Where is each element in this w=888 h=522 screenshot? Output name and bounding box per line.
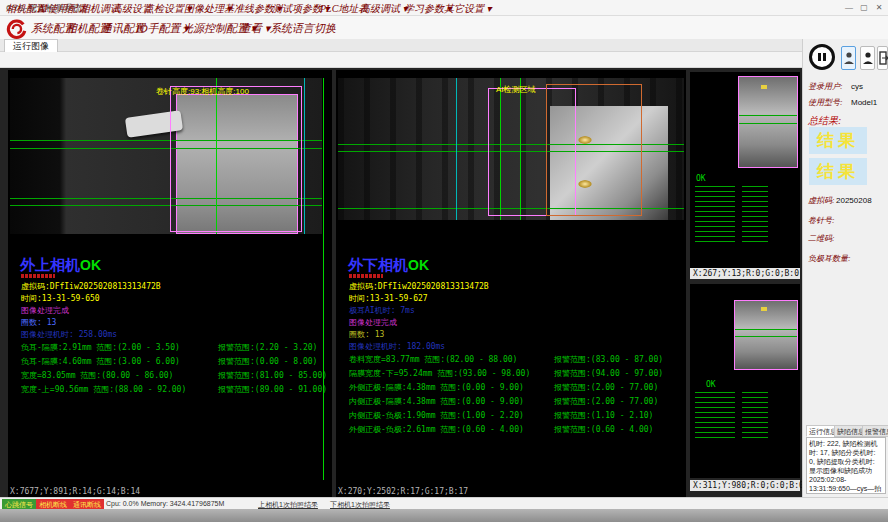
- mid-result-title: 外下相机OK: [348, 256, 429, 275]
- mid-time-line: 时间:13-31-59-627: [349, 293, 428, 304]
- camera-link-badge: 相机断线: [36, 499, 70, 509]
- mid-pixel-caption: X:270;Y:2502;R:17;G:17;B:17: [338, 487, 468, 496]
- preview-bottom-thumb: [734, 300, 798, 370]
- preview-top-caption: X:267;Y:13;R:0;G:0;B:0: [690, 268, 800, 279]
- pin-number-label: 卷针号:: [808, 215, 835, 226]
- mid-status-line: 图像处理完成: [349, 317, 397, 328]
- model-label: 使用型号:: [808, 97, 843, 108]
- neg-tab-count-label: 负极耳数量:: [808, 253, 851, 264]
- menu-io-config[interactable]: IO手配置 ▾: [136, 21, 189, 36]
- left-result-title: 外上相机OK: [20, 256, 101, 275]
- qr-code-label: 二维码:: [808, 233, 835, 244]
- tool-advanced-debug[interactable]: 高级调试 ▾: [360, 2, 408, 16]
- minimize-button[interactable]: —: [842, 1, 856, 14]
- person-dark-icon: [862, 51, 874, 65]
- comm-link-badge: 通讯断线: [70, 499, 104, 509]
- mid-camera-view[interactable]: AI检测区域 外下相机OK 虚拟码:DFfIiw2025020813313472…: [336, 70, 686, 497]
- preview-top[interactable]: OK: [690, 72, 800, 268]
- preview-top-micro-text: [742, 186, 768, 242]
- login-user-value: cys: [851, 82, 863, 91]
- preview-top-thumb: [738, 76, 798, 168]
- main-area: 卷针高度:93;相机高度:100 外上相机OK 虚拟码:DFfIiw202502…: [0, 68, 802, 497]
- close-button[interactable]: ✕: [872, 1, 886, 14]
- log-output[interactable]: 机时: 222, 缺陷检测机时: 17, 缺陷分类机时: 0, 缺陷提取分类机时…: [806, 437, 886, 494]
- exit-door-icon: [879, 51, 888, 65]
- mid-overlay-label: AI检测区域: [496, 84, 536, 95]
- left-time-line: 时间:13-31-59-650: [21, 293, 100, 304]
- toolbar: [0, 52, 802, 68]
- left-loop-line: 圈数: 13: [21, 317, 56, 328]
- left-camera-view[interactable]: 卷针高度:93;相机高度:100 外上相机OK 虚拟码:DFfIiw202502…: [8, 70, 332, 497]
- mid-camera-name: 外下相机: [348, 256, 408, 273]
- window-bottom-edge: [0, 509, 888, 522]
- preview-bottom[interactable]: OK: [690, 284, 800, 478]
- log-tabstrip: 运行信息 缺陷信息 报警信息: [806, 425, 886, 437]
- mid-loop-line: 圈数: 13: [349, 329, 384, 340]
- result-box-2: 结果: [809, 158, 867, 185]
- total-result-label: 总结果:: [808, 114, 841, 128]
- mid-ai-time-line: 极耳AI机时: 7ms: [349, 305, 415, 316]
- right-panel: 登录用户: cys 使用型号: Model1 总结果: 结果 结果 虚拟码: 2…: [802, 39, 888, 497]
- barcode-value: 20250208: [836, 196, 872, 205]
- status-bar: 心跳信号 相机断线 通讯断线 Cpu: 0.0% Memory: 3424.41…: [0, 497, 888, 509]
- mid-camera-photo: AI检测区域: [338, 78, 684, 220]
- person-icon: [843, 51, 855, 65]
- tool-other-settings[interactable]: 其它设置 ▾: [444, 2, 492, 16]
- left-overlay-label: 卷针高度:93;相机高度:100: [156, 86, 249, 97]
- tab-run-image[interactable]: 运行图像: [4, 39, 58, 52]
- left-status-line: 图像处理完成: [21, 305, 69, 316]
- maximize-button[interactable]: ▢: [857, 1, 871, 14]
- exit-button[interactable]: [877, 46, 888, 70]
- heartbeat-badge: 心跳信号: [2, 499, 36, 509]
- user-login-button[interactable]: [841, 46, 856, 70]
- preview-bottom-caption: X:311;Y:980;R:0;G:0;B:0: [690, 480, 800, 491]
- left-camera-name: 外上相机: [20, 256, 80, 273]
- preview-bottom-ok: OK: [706, 380, 716, 389]
- left-camera-photo: 卷针高度:93;相机高度:100: [10, 78, 322, 234]
- cpu-memory-text: Cpu: 0.0% Memory: 3424.41796875M: [106, 500, 224, 507]
- model-value: Model1: [851, 98, 877, 107]
- pause-button[interactable]: [809, 44, 835, 70]
- login-user-label: 登录用户:: [808, 81, 843, 92]
- preview-top-ok: OK: [696, 174, 706, 183]
- preview-bottom-micro-text: [695, 392, 735, 438]
- app-window: CYS-视觉检测系统 — ▢ ✕ 系统配置 相机配置 通讯配置 IO手配置 ▾ …: [0, 0, 888, 522]
- app-logo-icon: [5, 18, 27, 40]
- menu-view[interactable]: 查看 ▾: [240, 21, 270, 36]
- left-red-note: [21, 274, 55, 278]
- mid-proc-line: 图像处理机时: 182.00ms: [349, 341, 445, 352]
- user-manage-button[interactable]: [860, 46, 875, 70]
- mid-ok-badge: OK: [408, 257, 429, 273]
- menu-language-switch[interactable]: 系统语言切换: [270, 21, 336, 36]
- left-proc-line: 图像处理机时: 258.00ms: [21, 329, 117, 340]
- result-box-1: 结果: [809, 127, 867, 154]
- preview-top-micro-text: [695, 186, 735, 242]
- left-ok-badge: OK: [80, 257, 101, 273]
- log-tab-alarm[interactable]: 报警信息: [862, 425, 888, 437]
- left-code-line: 虚拟码:DFfIiw2025020813313472B: [21, 281, 161, 292]
- barcode-label: 虚拟码:: [808, 195, 835, 206]
- preview-bottom-micro-text: [742, 392, 768, 438]
- mid-red-note: [349, 274, 383, 278]
- tab-strip: 运行图像: [0, 39, 802, 52]
- mid-code-line: 虚拟码:DFfIiw2025020813313472B: [349, 281, 489, 292]
- left-pixel-caption: X:7677;Y:891;R:14;G:14;B:14: [10, 487, 140, 496]
